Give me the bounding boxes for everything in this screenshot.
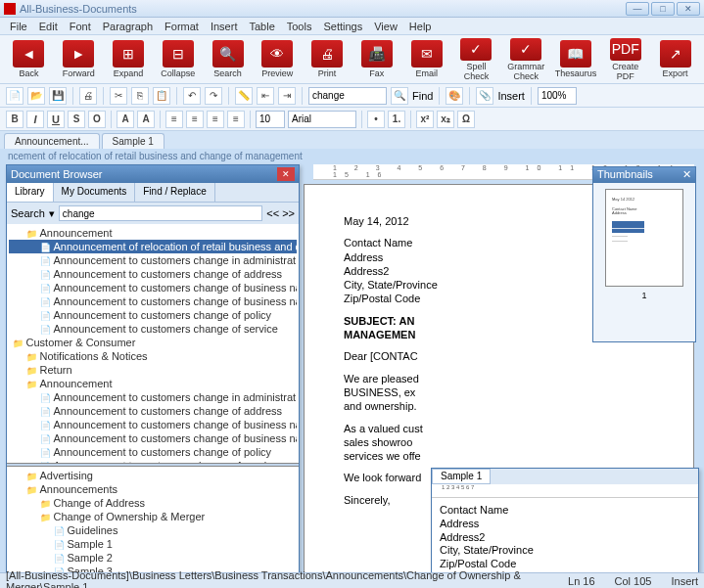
find-input[interactable] [308,87,387,105]
menu-tools[interactable]: Tools [281,19,318,34]
underline-button[interactable]: U [47,111,65,128]
spell-check-button[interactable]: ✓Spell Check [453,38,499,81]
menu-insert[interactable]: Insert [205,19,244,34]
font-name-input[interactable] [288,111,356,128]
fax-button[interactable]: 📠Fax [353,38,399,81]
bold-button[interactable]: B [6,111,23,128]
insert-icon[interactable]: 📎 [476,87,493,105]
tree-item[interactable]: Announcement [9,377,297,390]
save-icon[interactable]: 💾 [49,87,67,105]
tree-item[interactable]: Announcement to customers change of poli… [9,445,297,459]
print-icon[interactable]: 🖨 [79,87,97,105]
tree-item[interactable]: Advertising [9,469,297,482]
menu-file[interactable]: File [4,19,33,34]
tree-item[interactable]: Announcement to customers change of busi… [9,418,297,431]
copy-icon[interactable]: ⎘ [131,87,149,105]
tree-item[interactable]: Announcement [9,226,297,240]
open-icon[interactable]: 📂 [27,87,45,105]
thumbnail-page[interactable]: May 14 2012Contact NameAddress——————————… [605,189,683,287]
collapse-button[interactable]: ⊟Collapse [155,38,201,81]
tree-item[interactable]: Guidelines [9,523,297,537]
tree-item[interactable]: Announcement to customers change of busi… [9,294,297,308]
browser-tree-secondary[interactable]: AdvertisingAnnouncementsChange of Addres… [7,467,299,574]
undo-icon[interactable]: ↶ [183,87,201,105]
align-justify-button[interactable]: ≡ [227,111,245,128]
ruler-icon[interactable]: 📏 [235,87,253,105]
menu-edit[interactable]: Edit [33,19,64,34]
overline-button[interactable]: O [88,111,106,128]
indent-right-icon[interactable]: ⇥ [278,87,296,105]
tree-item[interactable]: Notifications & Notices [9,349,297,363]
tree-item[interactable]: Announcement to customers change of busi… [9,431,297,445]
tree-item[interactable]: Announcement to customers change of busi… [9,281,297,294]
align-left-button[interactable]: ≡ [165,111,183,128]
print-button[interactable]: 🖨Print [305,38,351,81]
grammar-check-button[interactable]: ✓Grammar Check [503,38,549,81]
subscript-button[interactable]: x₂ [437,111,454,128]
new-icon[interactable]: 📄 [6,87,23,105]
align-center-button[interactable]: ≡ [186,111,204,128]
tree-item[interactable]: Announcement to customers change of addr… [9,267,297,281]
indent-left-icon[interactable]: ⇤ [257,87,274,105]
thumbnails-close-icon[interactable]: ✕ [682,168,691,182]
align-right-button[interactable]: ≡ [207,111,224,128]
browser-tab-findreplace[interactable]: Find / Replace [135,183,214,202]
tree-item[interactable]: Sample 2 [9,551,297,565]
float-tab[interactable]: Sample 1 [432,469,491,484]
menu-help[interactable]: Help [403,19,438,34]
minimize-button[interactable]: — [626,2,649,16]
highlight-button[interactable]: A [117,111,134,128]
cut-icon[interactable]: ✂ [110,87,127,105]
doc-tab[interactable]: Announcement... [4,133,100,149]
bullet-list-button[interactable]: • [367,111,385,128]
tree-item[interactable]: Return [9,363,297,377]
tree-item[interactable]: Announcements [9,482,297,496]
menu-format[interactable]: Format [159,19,205,34]
zoom-input[interactable] [538,87,577,105]
menu-settings[interactable]: Settings [317,19,368,34]
browser-tab-library[interactable]: Library [7,183,54,202]
tree-item[interactable]: Announcement to customers change of serv… [9,322,297,336]
export-button[interactable]: ↗Export [652,38,698,81]
strike-button[interactable]: S [68,111,85,128]
find-button[interactable]: 🔍 [391,87,408,105]
superscript-button[interactable]: x² [416,111,434,128]
tree-item[interactable]: Announcement to customers change of poli… [9,308,297,322]
preview-button[interactable]: 👁Preview [255,38,301,81]
menu-paragraph[interactable]: Paragraph [97,19,159,34]
thesaurus-button[interactable]: 📖Thesaurus [553,38,599,81]
email-button[interactable]: ✉Email [403,38,449,81]
menu-table[interactable]: Table [243,19,280,34]
browser-nav[interactable]: << >> [266,207,295,219]
tree-item[interactable]: Change of Address [9,496,297,510]
browser-tab-mydocuments[interactable]: My Documents [54,183,136,202]
number-list-button[interactable]: 1. [388,111,405,128]
tree-item[interactable]: Announcement to customers change of addr… [9,404,297,418]
browser-search-input[interactable] [59,205,262,221]
menu-font[interactable]: Font [64,19,97,34]
forward-button[interactable]: ►Forward [56,38,102,81]
tree-item[interactable]: Sample 1 [9,537,297,551]
symbol-button[interactable]: Ω [457,111,475,128]
browser-tree[interactable]: AnnouncementAnnouncement of relocation o… [7,224,299,463]
italic-button[interactable]: I [26,111,44,128]
tree-item[interactable]: Announcement to customers change in admi… [9,253,297,267]
redo-icon[interactable]: ↷ [205,87,222,105]
doc-tab[interactable]: Sample 1 [102,133,164,149]
menu-view[interactable]: View [368,19,403,34]
maximize-button[interactable]: □ [651,2,675,16]
expand-button[interactable]: ⊞Expand [106,38,152,81]
back-button[interactable]: ◄Back [6,38,52,81]
tree-item[interactable]: Change of Ownership & Merger [9,510,297,523]
color-icon[interactable]: 🎨 [446,87,463,105]
search-button[interactable]: 🔍Search [205,38,251,81]
tree-item[interactable]: Announcement of relocation of retail bus… [9,240,297,253]
paste-icon[interactable]: 📋 [153,87,170,105]
browser-close-button[interactable]: ✕ [277,167,295,181]
font-color-button[interactable]: A [137,111,155,128]
font-size-input[interactable] [256,111,285,128]
close-button[interactable]: ✕ [677,2,700,16]
tree-item[interactable]: Customer & Consumer [9,336,297,349]
tree-item[interactable]: Announcement to customers change in admi… [9,390,297,404]
create-pdf-button[interactable]: PDFCreate PDF [602,38,648,81]
